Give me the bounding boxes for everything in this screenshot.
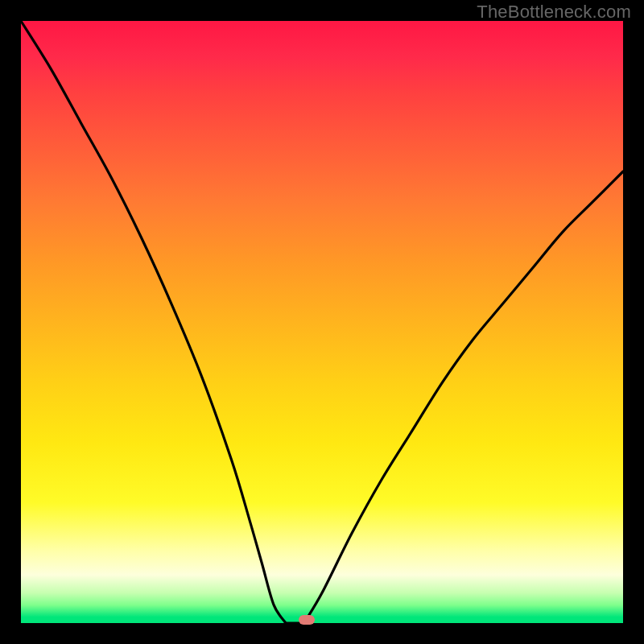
watermark-text: TheBottleneck.com bbox=[477, 2, 631, 23]
chart-frame: TheBottleneck.com bbox=[0, 0, 644, 644]
optimum-marker bbox=[299, 615, 315, 625]
plot-area bbox=[21, 21, 623, 623]
curve-path bbox=[21, 21, 623, 625]
bottleneck-curve bbox=[21, 21, 623, 623]
